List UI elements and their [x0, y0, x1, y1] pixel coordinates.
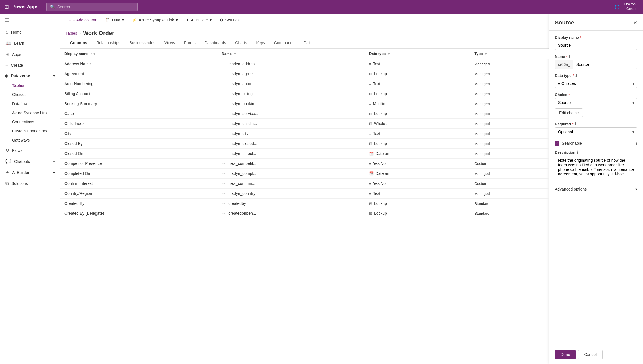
- name-input[interactable]: [573, 60, 637, 69]
- row-name: createdonbeh...: [228, 211, 256, 216]
- dots-menu[interactable]: ···: [222, 191, 225, 196]
- data-type-select[interactable]: ≡ Choices: [555, 79, 637, 88]
- advanced-options-section[interactable]: Advanced options ▾: [555, 186, 637, 193]
- required-info-icon[interactable]: ℹ: [575, 122, 576, 126]
- table-row[interactable]: Address Name ··· msdyn_addres... ≡ Text …: [60, 59, 549, 69]
- cell-display-name: Closed By: [60, 139, 217, 149]
- sidebar-item-apps[interactable]: ⊞ Apps: [0, 49, 60, 60]
- description-textarea[interactable]: Note the originating source of how the t…: [555, 156, 637, 181]
- col-header-name[interactable]: Name ▾: [217, 49, 365, 59]
- dtype-icon: ≡: [369, 161, 371, 166]
- sidebar-item-azure-synapse[interactable]: Azure Synapse Link: [0, 108, 60, 117]
- searchable-info-icon[interactable]: ℹ: [636, 141, 637, 146]
- tab-dashboards[interactable]: Dashboards: [200, 38, 231, 48]
- dots-menu[interactable]: ···: [222, 81, 225, 86]
- dots-menu[interactable]: ···: [222, 181, 225, 186]
- sidebar-section-dataverse[interactable]: ◉ Dataverse ▾: [0, 71, 60, 81]
- sidebar-item-tables[interactable]: Tables: [0, 81, 60, 90]
- dots-menu[interactable]: ···: [222, 161, 225, 166]
- table-row[interactable]: Closed By ··· msdyn_closed... ⊞ Lookup M…: [60, 139, 549, 149]
- done-button[interactable]: Done: [555, 350, 576, 359]
- dots-menu[interactable]: ···: [222, 101, 225, 106]
- custom-connectors-label: Custom Connectors: [12, 129, 47, 133]
- search-input[interactable]: [57, 5, 134, 9]
- dots-menu[interactable]: ···: [222, 71, 225, 76]
- dots-menu[interactable]: ···: [222, 62, 225, 66]
- azure-synapse-button[interactable]: ⚡ Azure Synapse Link ▾: [129, 16, 181, 24]
- tab-dat[interactable]: Dat...: [299, 38, 318, 48]
- row-data-type: Text: [373, 131, 380, 136]
- row-display-name: Created By (Delegate): [64, 211, 104, 216]
- table-row[interactable]: Country/Region ··· msdyn_country ≡ Text …: [60, 189, 549, 199]
- waffle-icon[interactable]: ⊞: [5, 4, 9, 10]
- table-row[interactable]: Billing Account ··· msdyn_billing... ⊞ L…: [60, 89, 549, 99]
- row-display-name: Confirm Interest: [64, 181, 93, 186]
- sidebar-item-connections[interactable]: Connections: [0, 117, 60, 126]
- required-select[interactable]: Optional Required: [555, 127, 637, 136]
- edit-choice-button[interactable]: Edit choice: [555, 108, 583, 117]
- breadcrumb-parent[interactable]: Tables: [66, 31, 77, 36]
- tab-keys[interactable]: Keys: [252, 38, 270, 48]
- dots-menu[interactable]: ···: [222, 131, 225, 136]
- table-row[interactable]: Booking Summary ··· msdyn_bookin... ≡ Mu…: [60, 99, 549, 109]
- sidebar-item-dataflows[interactable]: Dataflows: [0, 99, 60, 108]
- tab-relationships[interactable]: Relationships: [92, 38, 125, 48]
- tab-forms[interactable]: Forms: [180, 38, 200, 48]
- searchable-checkbox[interactable]: [555, 141, 559, 146]
- sidebar-toggle[interactable]: ☰: [0, 14, 60, 27]
- dots-menu[interactable]: ···: [222, 141, 225, 146]
- required-select-wrapper: Optional Required ▾: [555, 127, 637, 136]
- columns-table: Display name ↑ ▾ Name ▾ Data type ▾ Type…: [60, 49, 549, 218]
- table-row[interactable]: Agreement ··· msdyn_agree... ⊞ Lookup Ma…: [60, 69, 549, 79]
- dots-menu[interactable]: ···: [222, 91, 225, 96]
- tab-commands[interactable]: Commands: [270, 38, 299, 48]
- add-column-button[interactable]: + + Add column: [66, 16, 101, 24]
- dtype-icon: ⊞: [369, 201, 372, 206]
- table-row[interactable]: Auto-Numbering ··· msdyn_auton... ≡ Text…: [60, 79, 549, 89]
- dots-menu[interactable]: ···: [222, 171, 225, 176]
- search-bar[interactable]: 🔍: [46, 3, 138, 11]
- data-type-info-icon[interactable]: ℹ: [575, 73, 577, 78]
- sidebar-item-ai-builder[interactable]: ✦ AI Builder ▾: [0, 167, 60, 178]
- table-row[interactable]: Child Index ··· msdyn_childin... ⊞ Whole…: [60, 119, 549, 129]
- dots-menu[interactable]: ···: [222, 151, 225, 156]
- table-row[interactable]: Confirm Interest ··· new_confirmi... ≡ Y…: [60, 179, 549, 189]
- name-info-icon[interactable]: ℹ: [569, 54, 570, 59]
- sidebar-item-create[interactable]: + Create: [0, 60, 60, 71]
- col-header-type[interactable]: Type ▾: [470, 49, 549, 59]
- sidebar-item-solutions[interactable]: ⧉ Solutions: [0, 178, 60, 189]
- display-name-input[interactable]: [555, 41, 637, 50]
- cancel-button[interactable]: Cancel: [578, 350, 603, 359]
- choice-select[interactable]: Source: [555, 98, 637, 107]
- table-row[interactable]: Completed On ··· msdyn_compl... 📅 Date a…: [60, 169, 549, 179]
- description-info-icon[interactable]: ℹ: [577, 150, 578, 154]
- sidebar-item-chatbots[interactable]: 💬 Chatbots ▾: [0, 156, 60, 167]
- tab-charts[interactable]: Charts: [231, 38, 251, 48]
- sidebar-item-flows[interactable]: ↻ Flows: [0, 145, 60, 156]
- table-row[interactable]: City ··· msdyn_city ≡ Text Managed: [60, 129, 549, 139]
- dots-menu[interactable]: ···: [222, 111, 225, 116]
- dots-menu[interactable]: ···: [222, 211, 225, 216]
- sidebar-item-custom-connectors[interactable]: Custom Connectors: [0, 126, 60, 136]
- data-button[interactable]: 📋 Data ▾: [102, 16, 127, 24]
- settings-button[interactable]: ⚙ Settings: [216, 16, 243, 24]
- col-header-display-name[interactable]: Display name ↑ ▾: [60, 49, 217, 59]
- tab-business-rules[interactable]: Business rules: [125, 38, 160, 48]
- row-name: msdyn_timecl...: [228, 151, 256, 156]
- tab-columns[interactable]: Columns: [66, 38, 92, 48]
- panel-close-button[interactable]: ✕: [633, 20, 637, 26]
- sidebar-item-learn[interactable]: 📖 Learn: [0, 38, 60, 49]
- sidebar-item-choices[interactable]: Choices: [0, 90, 60, 99]
- col-header-data-type[interactable]: Data type ▾: [365, 49, 470, 59]
- dots-menu[interactable]: ···: [222, 121, 225, 126]
- table-row[interactable]: Case ··· msdyn_service... ⊞ Lookup Manag…: [60, 109, 549, 119]
- tab-views[interactable]: Views: [160, 38, 180, 48]
- dots-menu[interactable]: ···: [222, 201, 225, 206]
- sidebar-item-home[interactable]: ⌂ Home: [0, 27, 60, 38]
- table-row[interactable]: Created By ··· createdby ⊞ Lookup Standa…: [60, 199, 549, 208]
- sidebar-item-gateways[interactable]: Gateways: [0, 136, 60, 145]
- table-row[interactable]: Competitor Presence ··· new_competit... …: [60, 159, 549, 169]
- table-row[interactable]: Created By (Delegate) ··· createdonbeh..…: [60, 208, 549, 218]
- table-row[interactable]: Closed On ··· msdyn_timecl... 📅 Date an.…: [60, 149, 549, 159]
- ai-builder-toolbar-button[interactable]: ✦ AI Builder ▾: [182, 16, 215, 24]
